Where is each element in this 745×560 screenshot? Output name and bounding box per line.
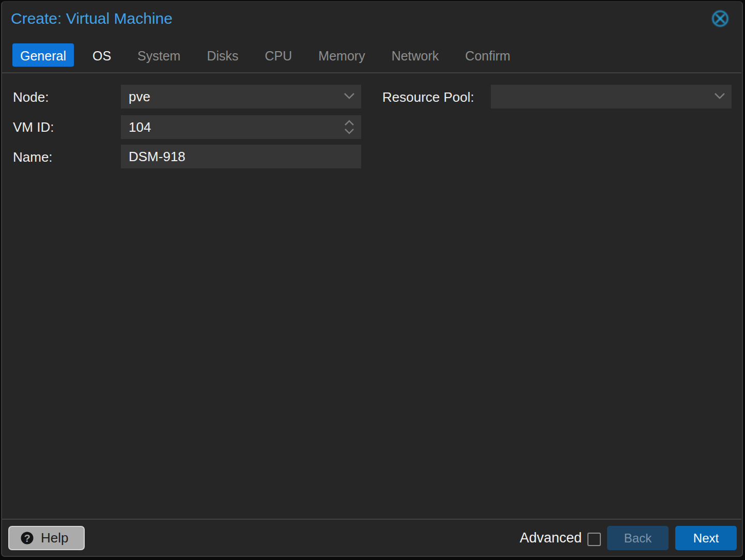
svg-text:?: ? bbox=[24, 533, 30, 544]
